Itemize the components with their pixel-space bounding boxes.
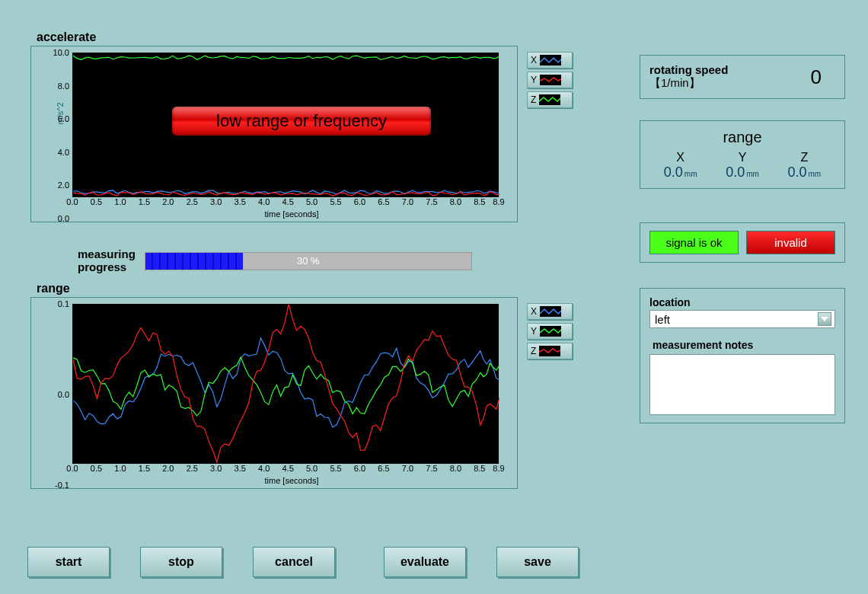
- save-button[interactable]: save: [496, 547, 579, 577]
- range-values-panel: range X 0.0mm Y 0.0mm Z 0.0mm: [640, 120, 845, 189]
- progress-label: measuringprogress: [78, 248, 136, 273]
- rotating-speed-value: 0: [811, 65, 822, 89]
- location-panel: location left measurement notes: [640, 288, 845, 423]
- accelerate-legend: X Y Z: [527, 52, 573, 108]
- accelerate-chart: low range or frequency: [72, 53, 499, 197]
- start-button[interactable]: start: [27, 547, 110, 577]
- location-label: location: [649, 296, 835, 308]
- range-col-y: Y 0.0mm: [726, 151, 759, 180]
- evaluate-button[interactable]: evaluate: [384, 547, 466, 577]
- legend-y-2: Y: [527, 323, 573, 340]
- range-chart: [72, 304, 499, 464]
- accelerate-xlabel: time [seconds]: [72, 209, 511, 219]
- accelerate-panel: accelerate m/s^2 10.0 8.0 6.0 4.0 2.0 0.…: [30, 30, 518, 222]
- location-select[interactable]: left: [649, 310, 835, 328]
- progress-row: measuringprogress 30 %: [78, 248, 472, 273]
- legend-x: X: [527, 52, 573, 69]
- legend-x-2: X: [527, 303, 573, 320]
- range-yticks: 0.1 0.0 -0.1: [43, 304, 72, 485]
- progress-text: 30 %: [145, 255, 471, 267]
- rotating-speed-panel: rotating speed 【1/min】 0: [640, 55, 845, 99]
- legend-y: Y: [527, 72, 573, 88]
- status-ok: signal is ok: [649, 231, 739, 254]
- notes-textarea[interactable]: [649, 354, 835, 415]
- range-title: range: [37, 282, 518, 295]
- svg-marker-0: [821, 317, 828, 321]
- accelerate-title: accelerate: [37, 30, 518, 44]
- cancel-button[interactable]: cancel: [253, 547, 335, 577]
- range-col-x: X 0.0mm: [664, 151, 697, 180]
- status-panel: signal is ok invalid: [640, 222, 845, 263]
- stop-button[interactable]: stop: [140, 547, 222, 577]
- button-row: start stop cancel evaluate save: [27, 547, 579, 577]
- accelerate-xticks: 0.00.51.01.52.02.53.03.54.04.55.05.56.06…: [72, 197, 499, 208]
- location-value: left: [655, 313, 670, 326]
- legend-z: Z: [527, 91, 573, 108]
- progress-bar: 30 %: [145, 252, 472, 270]
- range-xticks: 0.00.51.01.52.02.53.03.54.04.55.05.56.06…: [72, 464, 499, 474]
- range-col-z: Z 0.0mm: [787, 151, 821, 180]
- warning-banner: low range or frequency: [172, 107, 431, 136]
- accelerate-yticks: 10.0 8.0 6.0 4.0 2.0 0.0: [43, 53, 72, 219]
- range-panel: range 0.1 0.0 -0.1 0.00.51.01.52.02.53.0…: [30, 282, 518, 489]
- notes-label: measurement notes: [653, 339, 835, 351]
- rotating-speed-label: rotating speed 【1/min】: [649, 63, 728, 91]
- range-legend: X Y Z: [527, 303, 573, 359]
- chevron-down-icon[interactable]: [818, 312, 831, 326]
- legend-z-2: Z: [527, 343, 573, 359]
- range-panel-title: range: [649, 129, 835, 146]
- range-xlabel: time [seconds]: [72, 476, 511, 485]
- status-invalid: invalid: [746, 231, 835, 254]
